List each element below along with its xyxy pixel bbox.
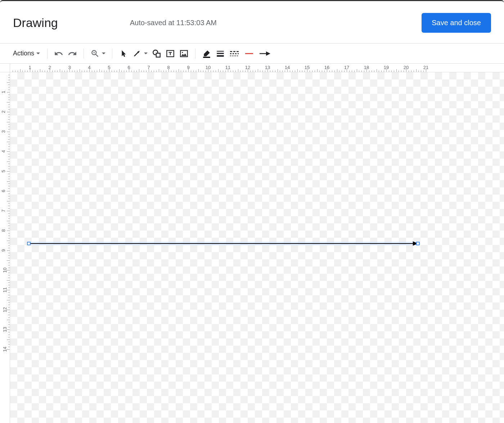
chevron-down-icon	[144, 53, 148, 54]
svg-rect-6	[217, 51, 224, 51]
actions-label: Actions	[13, 50, 34, 57]
shape-tool-button[interactable]	[150, 47, 163, 60]
arrow-shape[interactable]	[22, 236, 425, 251]
svg-rect-18	[234, 55, 234, 56]
ruler-corner	[0, 64, 10, 72]
svg-point-4	[182, 52, 183, 53]
svg-rect-16	[230, 55, 231, 56]
svg-rect-11	[237, 51, 239, 52]
zoom-icon	[90, 49, 100, 58]
line-start-button[interactable]	[242, 47, 256, 60]
svg-rect-12	[230, 53, 231, 54]
line-end-icon	[259, 50, 271, 57]
svg-rect-13	[233, 53, 234, 54]
line-color-button[interactable]	[201, 47, 213, 60]
undo-icon	[54, 49, 63, 58]
redo-icon	[68, 49, 77, 58]
resize-handle-end[interactable]	[417, 242, 419, 245]
autosave-status: Auto-saved at 11:53:03 AM	[130, 19, 422, 27]
line-start-icon	[244, 50, 255, 57]
line-dash-button[interactable]	[228, 47, 241, 60]
svg-rect-9	[230, 51, 232, 52]
vertical-ruler[interactable]: 1234567891011121314	[0, 72, 10, 423]
select-tool-button[interactable]	[117, 47, 130, 60]
svg-rect-17	[232, 55, 233, 56]
svg-rect-10	[233, 51, 235, 52]
shape-icon	[152, 49, 161, 58]
drawing-canvas[interactable]	[10, 72, 504, 423]
toolbar: Actions	[0, 44, 504, 64]
toolbar-separator	[112, 49, 112, 59]
actions-menu-button[interactable]: Actions	[11, 47, 42, 60]
zoom-button[interactable]	[89, 47, 107, 60]
line-tool-button[interactable]	[131, 47, 149, 60]
line-icon	[132, 49, 141, 58]
resize-handle-start[interactable]	[27, 242, 30, 245]
line-weight-button[interactable]	[214, 47, 226, 60]
chevron-down-icon	[102, 53, 105, 54]
image-tool-button[interactable]	[178, 47, 190, 60]
cursor-icon	[120, 50, 127, 58]
toolbar-separator	[195, 49, 195, 59]
line-dash-icon	[229, 49, 239, 58]
dialog-header: Drawing Auto-saved at 11:53:03 AM Save a…	[0, 1, 504, 44]
redo-button[interactable]	[66, 47, 78, 60]
toolbar-separator	[47, 49, 48, 59]
line-weight-icon	[216, 49, 225, 58]
line-color-icon	[202, 49, 211, 58]
svg-rect-14	[235, 53, 237, 54]
textbox-icon	[166, 49, 175, 58]
horizontal-ruler[interactable]: 123456789101112131415161718192021	[10, 64, 504, 72]
toolbar-separator	[84, 49, 84, 59]
svg-rect-7	[217, 53, 224, 54]
chevron-down-icon	[36, 53, 40, 54]
line-end-button[interactable]	[257, 47, 273, 60]
svg-rect-20	[237, 55, 238, 56]
save-and-close-button[interactable]: Save and close	[422, 13, 491, 33]
svg-rect-15	[238, 53, 239, 54]
canvas-area: 123456789101112131415161718192021 123456…	[0, 64, 504, 423]
dialog-title: Drawing	[13, 16, 58, 30]
svg-rect-19	[235, 55, 236, 56]
svg-rect-5	[203, 56, 210, 58]
image-icon	[179, 49, 189, 58]
svg-rect-1	[156, 53, 160, 57]
svg-rect-8	[217, 55, 224, 56]
textbox-tool-button[interactable]	[164, 47, 176, 60]
undo-button[interactable]	[53, 47, 65, 60]
